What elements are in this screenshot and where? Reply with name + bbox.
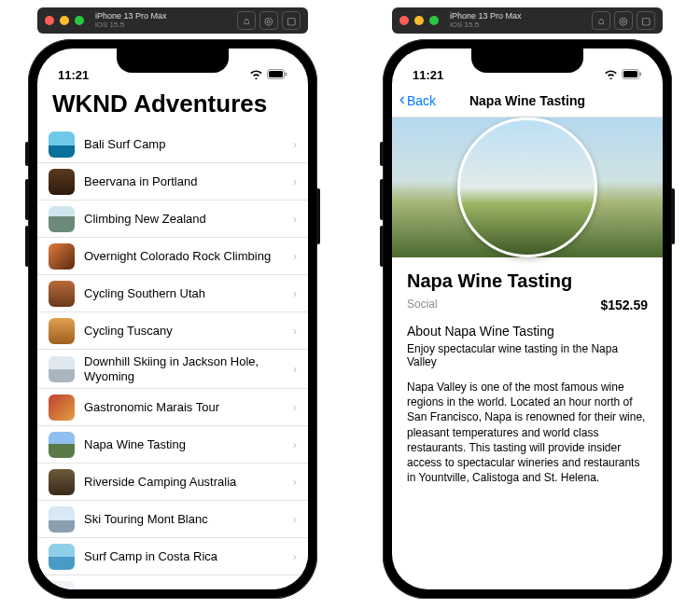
list-item-label: Gastronomic Marais Tour [84,400,293,415]
home-button-icon[interactable]: ⌂ [592,11,610,30]
hero-image [392,118,663,257]
thumbnail-icon [49,356,75,382]
volume-down [380,226,384,267]
chevron-right-icon: › [293,475,297,489]
chevron-right-icon: › [293,286,297,300]
chevron-right-icon: › [293,549,297,563]
detail-price: $152.59 [600,298,648,312]
thumbnail-icon [49,506,75,533]
chevron-right-icon: › [293,174,297,188]
list-item[interactable]: Downhill Skiing in Jackson Hole, Wyoming… [37,350,308,389]
chevron-right-icon: › [293,137,297,151]
hero-circle-image [457,118,597,257]
status-time: 11:21 [413,68,443,82]
simulator-os-version: iOS 15.5 [95,21,167,30]
volume-up [25,179,29,220]
thumbnail-icon [49,206,75,232]
phone-frame: 11:21 ‹ Back Napa Win [383,39,672,599]
about-heading: About Napa Wine Tasting [407,324,648,339]
status-time: 11:21 [58,68,89,82]
svg-rect-2 [286,73,287,76]
wifi-icon [604,68,618,82]
notch [117,48,229,73]
list-item[interactable]: Beervana in Portland› [37,163,308,201]
chevron-right-icon: › [293,437,297,451]
detail-category: Social [407,298,438,312]
rotate-button-icon[interactable]: ▢ [637,11,655,30]
list-item-label: Downhill Skiing in Jackson Hole, Wyoming [84,354,293,383]
thumbnail-icon [49,169,75,195]
list-item-label: Ski Touring Mont Blanc [84,512,293,527]
list-item[interactable]: Ski Touring Mont Blanc› [37,501,308,538]
list-item-label: Climbing New Zealand [84,212,293,227]
list-item[interactable]: Overnight Colorado Rock Climbing› [37,238,308,275]
thumbnail-icon [49,281,75,307]
list-item[interactable]: Surf Camp in Costa Rica› [37,538,308,575]
chevron-right-icon: › [293,512,297,526]
list-item-label: Bali Surf Camp [84,137,293,152]
back-label: Back [407,93,436,108]
simulator-titlebar: iPhone 13 Pro Max iOS 15.5 ⌂ ◎ ▢ [392,7,663,34]
simulator-titlebar: iPhone 13 Pro Max iOS 15.5 ⌂ ◎ ▢ [37,7,308,34]
chevron-right-icon: › [293,400,297,414]
list-item-label: Cycling Tuscany [84,324,293,339]
list-item[interactable]: Riverside Camping Australia› [37,464,308,501]
notch [471,48,583,73]
mute-switch [380,142,384,166]
list-item[interactable]: Cycling Southern Utah› [37,275,308,312]
screenshot-button-icon[interactable]: ◎ [614,11,633,30]
list-item[interactable]: Bali Surf Camp› [37,126,308,163]
detail-title: Napa Wine Tasting [407,270,648,292]
thumbnail-icon [49,544,75,570]
about-description: Napa Valley is one of the most famous wi… [407,380,648,485]
battery-icon [622,68,642,82]
power-button [316,188,320,244]
wifi-icon [249,68,263,82]
list-item-label: Riverside Camping Australia [84,475,293,490]
adventures-list[interactable]: Bali Surf Camp› Beervana in Portland› Cl… [37,126,308,589]
list-item[interactable]: Napa Wine Tasting› [37,426,308,464]
list-item[interactable]: Gastronomic Marais Tour› [37,389,308,426]
home-button-icon[interactable]: ⌂ [237,11,256,30]
phone-frame: 11:21 WKND Adventures Bali Surf Camp› Be… [28,39,317,599]
traffic-close-icon[interactable] [45,16,54,25]
about-subtitle: Enjoy spectacular wine tasting in the Na… [407,342,648,368]
thumbnail-icon [49,581,75,589]
battery-icon [267,68,287,82]
list-item-label: Overnight Colorado Rock Climbing [84,249,293,264]
power-button [671,188,675,244]
list-item[interactable]: Tahoe Skiing› [37,575,308,589]
traffic-minimize-icon[interactable] [414,16,424,25]
chevron-right-icon: › [293,212,297,226]
chevron-left-icon: ‹ [399,90,405,109]
list-item[interactable]: Climbing New Zealand› [37,201,308,238]
volume-down [25,226,29,267]
list-item-label: Cycling Southern Utah [84,286,293,301]
list-item-label: Beervana in Portland [84,174,293,189]
thumbnail-icon [49,131,75,158]
nav-bar: ‹ Back Napa Wine Tasting [392,84,663,118]
mute-switch [25,142,29,166]
thumbnail-icon [49,469,75,495]
list-item-label: Surf Camp in Costa Rica [84,549,293,564]
list-item-label: Napa Wine Tasting [84,437,293,452]
thumbnail-icon [49,432,75,458]
chevron-right-icon: › [293,587,297,589]
screenshot-button-icon[interactable]: ◎ [259,11,278,30]
thumbnail-icon [49,394,75,421]
simulator-os-version: iOS 15.5 [450,21,522,30]
svg-rect-1 [269,71,283,77]
list-item-label: Tahoe Skiing [84,587,293,589]
chevron-right-icon: › [293,324,297,338]
traffic-minimize-icon[interactable] [60,16,69,25]
rotate-button-icon[interactable]: ▢ [282,11,301,30]
traffic-zoom-icon[interactable] [429,16,439,25]
chevron-right-icon: › [293,249,297,263]
page-title: WKND Adventures [37,84,308,126]
list-item[interactable]: Cycling Tuscany› [37,312,308,350]
traffic-close-icon[interactable] [399,16,409,25]
traffic-zoom-icon[interactable] [75,16,84,25]
thumbnail-icon [49,318,75,344]
back-button[interactable]: ‹ Back [399,91,436,109]
volume-up [380,179,384,220]
